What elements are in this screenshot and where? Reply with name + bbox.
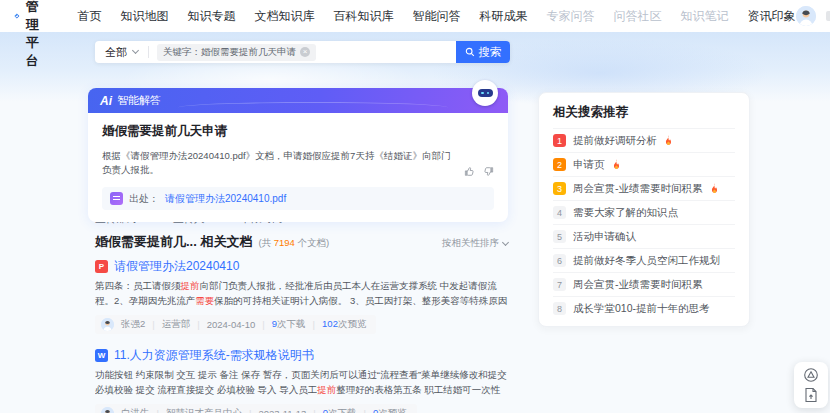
user-avatar[interactable] [796, 6, 816, 26]
search-scope-value: 全部 [105, 45, 127, 60]
floating-toolbar [794, 362, 828, 408]
related-search-item[interactable]: 2 申请页 [553, 152, 735, 176]
header-right [796, 6, 830, 26]
rank-badge: 3 [553, 182, 566, 195]
meta-field: 2024-04-10 [207, 319, 256, 330]
nav-item-资讯印象[interactable]: 资讯印象 [748, 8, 796, 25]
rank-badge: 4 [553, 206, 566, 219]
ai-card-header: Ai 智能解答 [88, 88, 508, 113]
ai-card-title: 智能解答 [117, 93, 161, 108]
related-search-item[interactable]: 3 周会宣贯-业绩需要时间积累 [553, 176, 735, 200]
related-search-list: 1 提前做好调研分析 2 申请页 3 周会宣贯-业绩需要时间积累 4 需要 [553, 128, 735, 320]
results-count-number: 7194 [274, 237, 295, 248]
ai-answer-text: 根据《请假管理办法20240410.pdf》文档，申请婚假应提前7天持《结婚证》… [102, 149, 456, 177]
search-bar: 全部 关键字：婚假需要提前几天申请 × 搜索 [95, 41, 510, 63]
hot-flame-icon [612, 159, 621, 170]
related-search-item[interactable]: 8 成长学堂010-提前十年的思考 [553, 296, 735, 320]
result-title-link[interactable]: 11.人力资源管理系统-需求规格说明书 [114, 347, 314, 364]
nav-item-知识专题[interactable]: 知识专题 [188, 8, 236, 25]
search-button[interactable]: 搜索 [456, 41, 510, 63]
result-snippet: 第四条：员工请假须提前向部门负责人报批，经批准后由员工本人在运营支撑系统 中发起… [95, 279, 508, 308]
nav-item-智能问答[interactable]: 智能问答 [413, 8, 461, 25]
result-meta: 白洪生|智慧识才产品中心|2023-11-13|0次下载|0次预览 [95, 404, 417, 413]
rank-badge: 2 [553, 158, 566, 171]
top-header: 知识管理平台 首页知识地图知识专题文档知识库百科知识库智能问答科研成果专家问答问… [0, 0, 830, 32]
nav-item-科研成果[interactable]: 科研成果 [480, 8, 528, 25]
logo-icon [14, 7, 20, 25]
nav-item-问答社区[interactable]: 问答社区 [614, 8, 662, 25]
feedback-button[interactable] [803, 367, 819, 383]
uploader-avatar-icon [101, 318, 114, 331]
main-nav: 首页知识地图知识专题文档知识库百科知识库智能问答科研成果专家问答问答社区知识笔记… [78, 8, 796, 25]
nav-item-知识笔记[interactable]: 知识笔记 [681, 8, 729, 25]
sort-select[interactable]: 按相关性排序 [442, 237, 508, 250]
nav-item-首页[interactable]: 首页 [78, 8, 102, 25]
username-masked[interactable] [826, 11, 830, 21]
meta-divider: | [152, 319, 154, 330]
meta-divider: | [262, 319, 264, 330]
rank-badge: 6 [553, 254, 566, 267]
nav-item-百科知识库[interactable]: 百科知识库 [334, 8, 394, 25]
nav-item-专家问答[interactable]: 专家问答 [547, 8, 595, 25]
doc-file-icon: W [95, 349, 108, 362]
meta-field: 9次下载 [272, 318, 306, 331]
meta-field: 0次预览 [373, 407, 407, 413]
person-icon [796, 6, 816, 26]
results-title: 婚假需要提前几... 相关文档 [95, 233, 252, 251]
meta-field: 白洪生 [121, 407, 150, 413]
meta-divider: | [197, 319, 199, 330]
meta-divider: | [364, 408, 366, 413]
related-search-item[interactable]: 1 提前做好调研分析 [553, 128, 735, 152]
chevron-down-icon [132, 47, 139, 54]
related-search-panel: 相关搜索推荐 1 提前做好调研分析 2 申请页 3 周会宣贯-业绩需要时间积累 [538, 92, 750, 327]
thumbs-up-icon[interactable] [464, 166, 475, 177]
upload-document-button[interactable] [804, 387, 818, 403]
answer-feedback [464, 166, 494, 177]
ai-card-body: 婚假需要提前几天申请 根据《请假管理办法20240410.pdf》文档，申请婚假… [88, 113, 508, 222]
chip-close-icon[interactable]: × [300, 47, 310, 57]
rank-badge: 7 [553, 278, 566, 291]
app-logo[interactable]: 知识管理平台 [14, 0, 52, 70]
meta-field: 102次预览 [322, 318, 366, 331]
related-search-item[interactable]: 7 周会宣贯-业绩需要时间积累 [553, 272, 735, 296]
result-item: P 请假管理办法20240410 第四条：员工请假须提前向部门负责人报批，经批准… [95, 258, 508, 335]
hot-flame-icon [710, 183, 719, 194]
meta-field: 智慧识才产品中心 [166, 407, 242, 413]
feedback-icon [803, 367, 819, 383]
chip-label: 关键字：婚假需要提前几天申请 [163, 46, 296, 59]
result-snippet: 功能按钮 约束限制 交互 提示 备注 保存 暂存，页面关闭后可以通过“流程查看”… [95, 368, 508, 397]
related-search-item[interactable]: 4 需要大家了解的知识点 [553, 200, 735, 224]
result-title-link[interactable]: 请假管理办法20240410 [114, 258, 239, 275]
nav-item-文档知识库[interactable]: 文档知识库 [255, 8, 315, 25]
rank-badge: 1 [553, 134, 566, 147]
source-label: 出处： [129, 192, 159, 206]
source-link[interactable]: 请假管理办法20240410.pdf [165, 192, 286, 206]
search-keyword-chip[interactable]: 关键字：婚假需要提前几天申请 × [157, 44, 316, 61]
answer-source-row: 出处： 请假管理办法20240410.pdf [102, 187, 494, 210]
ai-badge: Ai [100, 94, 112, 108]
ai-question: 婚假需要提前几天申请 [102, 123, 494, 140]
pdf-file-icon: P [95, 260, 108, 273]
nav-item-知识地图[interactable]: 知识地图 [121, 8, 169, 25]
meta-field: 2023-11-13 [258, 408, 306, 413]
chevron-down-icon [502, 238, 509, 245]
ai-answer-card: Ai 智能解答 婚假需要提前几天申请 根据《请假管理办法20240410.pdf… [88, 88, 508, 222]
sort-label: 按相关性排序 [442, 237, 499, 250]
related-search-item[interactable]: 6 提前做好冬季人员空闲工作规划 [553, 248, 735, 272]
meta-divider: | [313, 319, 315, 330]
results-header: 婚假需要提前几... 相关文档 (共 7194 个文档) 按相关性排序 [95, 233, 508, 251]
result-item: W 11.人力资源管理系统-需求规格说明书 功能按钮 约束限制 交互 提示 备注… [95, 347, 508, 413]
meta-field: 运营部 [162, 318, 191, 331]
search-input[interactable]: 关键字：婚假需要提前几天申请 × [149, 41, 456, 63]
search-scope-select[interactable]: 全部 [95, 45, 148, 60]
results-list: P 请假管理办法20240410 第四条：员工请假须提前向部门负责人报批，经批准… [95, 258, 508, 413]
rank-badge: 5 [553, 230, 566, 243]
search-icon [465, 47, 475, 57]
results-count: (共 7194 个文档) [258, 237, 329, 250]
search-button-label: 搜索 [479, 45, 502, 60]
thumbs-down-icon[interactable] [483, 166, 494, 177]
robot-icon [472, 80, 498, 106]
hot-flame-icon [664, 135, 673, 146]
related-search-item[interactable]: 5 活动申请确认 [553, 224, 735, 248]
rank-badge: 8 [553, 302, 566, 315]
